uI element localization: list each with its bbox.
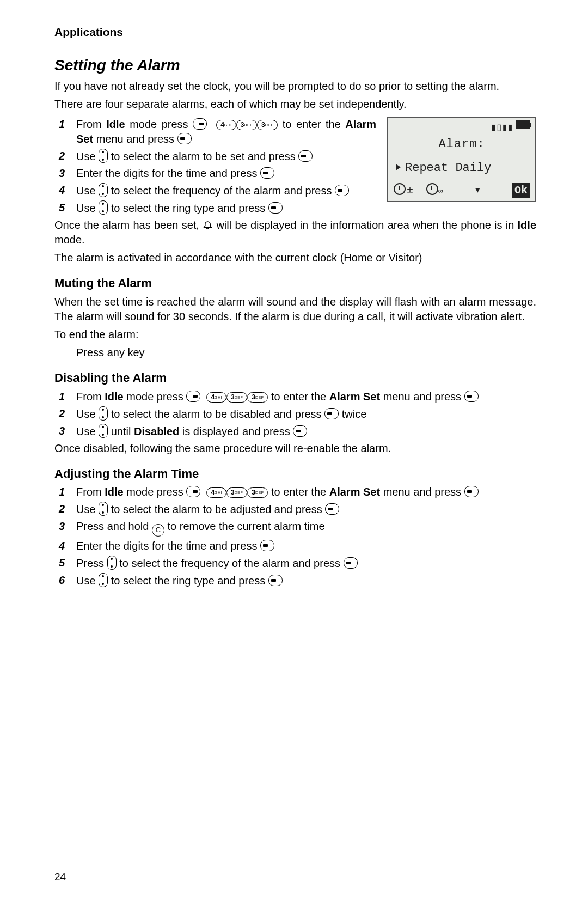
step: Press to select the frequency of the ala… — [76, 556, 536, 571]
keypad-4-icon: 4GHI — [206, 392, 226, 403]
ok-key-icon — [464, 486, 479, 497]
step: From Idle mode press 4GHI3DEF3DEF to ent… — [76, 389, 536, 404]
section-heading: Setting the Alarm — [54, 55, 536, 76]
adjusting-steps: From Idle mode press 4GHI3DEF3DEF to ent… — [54, 485, 536, 588]
ok-key-icon — [268, 575, 283, 586]
body-paragraph: Press any key — [54, 345, 536, 360]
keypad-3-icon: 3DEF — [236, 120, 257, 130]
ok-key-icon — [293, 425, 307, 437]
subsection-heading: Adjusting the Alarm Time — [54, 466, 536, 482]
keypad-3-icon: 3DEF — [247, 392, 268, 403]
ok-key-icon — [325, 503, 339, 515]
ok-key-icon — [324, 408, 339, 419]
ok-key-icon — [260, 540, 274, 551]
step: Enter the digits for the time and press — [76, 166, 536, 181]
nav-key-icon — [99, 406, 108, 421]
body-paragraph: When the set time is reached the alarm w… — [54, 295, 536, 324]
ok-key-icon — [464, 391, 479, 402]
menu-key-icon — [193, 118, 207, 130]
nav-key-icon — [107, 556, 117, 570]
step: Use to select the ring type and press — [76, 200, 536, 216]
body-paragraph: Once disabled, following the same proced… — [54, 441, 536, 456]
intro-paragraph: There are four separate alarms, each of … — [54, 97, 536, 112]
c-key-icon: C — [152, 524, 164, 537]
intro-paragraph: If you have not already set the clock, y… — [54, 79, 536, 94]
keypad-3-icon: 3DEF — [226, 487, 247, 498]
step: Use to select the alarm to be disabled a… — [76, 406, 536, 422]
step: From Idle mode press 4GHI3DEF3DEF to ent… — [76, 117, 536, 147]
chapter-title: Applications — [54, 25, 536, 40]
manual-page: Applications Setting the Alarm If you ha… — [0, 0, 588, 908]
subsection-heading: Muting the Alarm — [54, 275, 536, 291]
body-paragraph: To end the alarm: — [54, 327, 536, 342]
keypad-4-icon: 4GHI — [206, 487, 226, 498]
menu-key-icon — [186, 391, 200, 402]
ok-key-icon — [260, 167, 274, 179]
step: Press and hold C to remove the current a… — [76, 519, 536, 537]
after-paragraph: The alarm is activated in accordance wit… — [54, 251, 536, 265]
setting-steps: From Idle mode press 4GHI3DEF3DEF to ent… — [54, 117, 536, 216]
step: Use to select the alarm to be adjusted a… — [76, 502, 536, 517]
keypad-3-icon: 3DEF — [247, 487, 268, 498]
keypad-4-icon: 4GHI — [216, 120, 236, 130]
ok-key-icon — [177, 133, 192, 144]
subsection-heading: Disabling the Alarm — [54, 370, 536, 386]
nav-key-icon — [99, 149, 108, 163]
menu-key-icon — [186, 486, 200, 497]
ok-key-icon — [268, 202, 283, 214]
alarm-bell-icon — [203, 221, 213, 230]
page-number: 24 — [54, 870, 66, 884]
nav-key-icon — [99, 200, 108, 215]
keypad-3-icon: 3DEF — [226, 392, 247, 403]
step: Use until Disabled is displayed and pres… — [76, 424, 536, 439]
step: Use to select the frequency of the alarm… — [76, 183, 536, 198]
step: Use to select the ring type and press — [76, 573, 536, 588]
after-paragraph: Once the alarm has been set, will be dis… — [54, 218, 536, 247]
disabling-steps: From Idle mode press 4GHI3DEF3DEF to ent… — [54, 389, 536, 439]
step: From Idle mode press 4GHI3DEF3DEF to ent… — [76, 485, 536, 499]
step: Use to select the alarm to be set and pr… — [76, 149, 536, 164]
ok-key-icon — [344, 557, 358, 569]
keypad-3-icon: 3DEF — [257, 120, 278, 130]
nav-key-icon — [99, 183, 108, 197]
ok-key-icon — [335, 185, 349, 196]
nav-key-icon — [99, 502, 108, 516]
step: Enter the digits for the time and press — [76, 539, 536, 553]
nav-key-icon — [99, 424, 108, 438]
nav-key-icon — [99, 573, 108, 587]
ok-key-icon — [298, 150, 313, 162]
